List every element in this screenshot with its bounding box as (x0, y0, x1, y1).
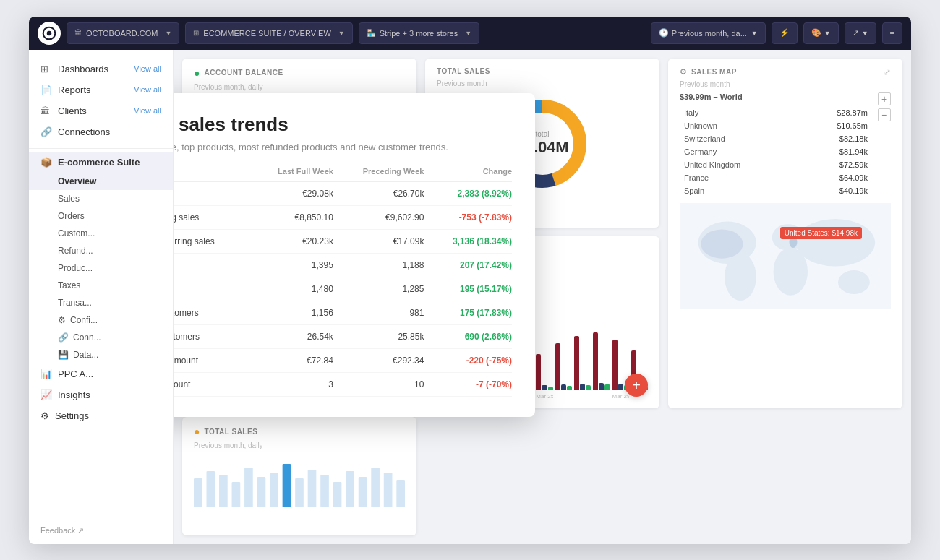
sales-map-title: SALES MAP (691, 68, 737, 76)
sales-map-row: Italy$28.87m (681, 107, 871, 119)
bar-group (593, 332, 610, 390)
sales-map-row: France$64.09k (681, 172, 871, 184)
account-balance-title: ACCOUNT BALANCE (204, 69, 283, 77)
period-caret-icon: ▼ (751, 30, 758, 37)
sidebar-sub-transactions[interactable]: Transa... (29, 294, 173, 311)
modal-title: Key sales trends (174, 113, 512, 136)
stores-caret-icon: ▼ (465, 30, 471, 37)
col-prev-header: Preceding Week (333, 167, 424, 182)
total-sales-2-title: TOTAL SALES (204, 428, 257, 436)
modal-table-row: Non-recurring sales €20.23k €17.09k 3,13… (174, 229, 512, 253)
sidebar-sub-customers[interactable]: Custom... (29, 225, 173, 242)
svg-rect-19 (232, 482, 241, 507)
sidebar-item-ppc[interactable]: 📊 PPC A... (29, 363, 173, 384)
svg-rect-28 (346, 471, 354, 507)
bar (599, 383, 604, 390)
main-layout: ⊞ Dashboards View all 📄 Reports View all… (29, 50, 911, 544)
menu-btn[interactable]: ≡ (882, 22, 902, 44)
reports-viewall[interactable]: View all (134, 85, 161, 94)
suite-caret-icon: ▼ (338, 30, 345, 37)
share-caret-icon: ▼ (862, 30, 868, 37)
map-zoom-out[interactable]: − (878, 108, 891, 121)
sidebar-submenu: Overview Sales Orders Custom... Refund..… (29, 173, 173, 311)
sidebar-feedback[interactable]: Feedback ↗ (29, 517, 173, 544)
svg-point-12 (796, 218, 876, 266)
sidebar-sub-products[interactable]: Produc... (29, 259, 173, 277)
world-map: United States: $14.98k (680, 198, 891, 314)
svg-rect-21 (257, 477, 266, 507)
share-btn[interactable]: ↗ ▼ (845, 22, 876, 44)
svg-rect-24 (295, 478, 304, 507)
store-icon: 🏪 (367, 29, 375, 37)
sidebar-item-connections[interactable]: 🔗 Connections (29, 121, 173, 142)
bar (618, 384, 623, 390)
dashboards-icon: ⊞ (40, 64, 52, 74)
bar-group (536, 354, 552, 390)
sidebar-item-settings[interactable]: ⚙ Settings (29, 405, 173, 426)
sidebar-sub-sales[interactable]: Sales (29, 190, 173, 207)
sales-map-subtitle: Previous month (680, 80, 891, 88)
modal-card: Key sales trends Revenue, top products, … (174, 93, 535, 417)
sidebar: ⊞ Dashboards View all 📄 Reports View all… (29, 50, 174, 544)
svg-point-13 (838, 270, 870, 294)
bar (555, 343, 560, 390)
sidebar-item-dashboards[interactable]: ⊞ Dashboards View all (29, 59, 173, 79)
bar (536, 354, 541, 390)
top-bar-right: 🕐 Previous month, da... ▼ ⚡ 🎨 ▼ ↗ ▼ ≡ (651, 22, 902, 44)
sidebar-item-clients[interactable]: 🏛 Clients View all (29, 100, 173, 121)
sales-icon: ● (194, 426, 200, 437)
sales-map-row: Switzerland$82.18k (681, 133, 871, 145)
svg-point-1 (47, 30, 52, 35)
map-zoom-in[interactable]: + (878, 92, 891, 105)
bar-group (574, 336, 591, 390)
fab-add-button[interactable]: + (625, 374, 648, 397)
expand-icon[interactable]: ⤢ (884, 67, 891, 77)
sidebar-sub-overview[interactable]: Overview (29, 173, 173, 190)
map-tooltip: United States: $14.98k (780, 227, 862, 239)
modal-table: Metric Last Full Week Preceding Week Cha… (174, 167, 512, 397)
svg-rect-22 (270, 473, 278, 507)
reports-icon: 📄 (40, 85, 52, 95)
total-sales-2-subtitle: Previous month, daily (194, 441, 405, 449)
conn-icon: 🔗 (58, 332, 69, 343)
sidebar-item-insights[interactable]: 📈 Insights (29, 384, 173, 405)
bar (586, 385, 591, 390)
bar (542, 385, 547, 390)
grid-icon: ⊞ (193, 29, 199, 37)
sidebar-sub-orders[interactable]: Orders (29, 207, 173, 225)
dashboards-viewall[interactable]: View all (134, 64, 161, 73)
sales-map-row: United Kingdom$72.59k (681, 159, 871, 171)
clients-viewall[interactable]: View all (134, 106, 161, 115)
period-selector[interactable]: 🕐 Previous month, da... ▼ (651, 22, 766, 44)
bar (593, 332, 598, 390)
theme-caret-icon: ▼ (824, 30, 831, 37)
col-week-header: Last Full Week (251, 167, 333, 182)
sidebar-item-reports[interactable]: 📄 Reports View all (29, 79, 173, 100)
lightning-btn[interactable]: ⚡ (772, 22, 798, 44)
sidebar-item-ecommerce[interactable]: 📦 E-commerce Suite (29, 152, 173, 173)
hamburger-icon: ≡ (890, 29, 894, 38)
gear-icon: ⚙ (680, 67, 687, 77)
modal-table-row: Refund count 3 10 -7 (-70%) (174, 372, 512, 396)
sidebar-config-2[interactable]: 🔗 Conn... (29, 329, 173, 346)
sidebar-sub-refunds[interactable]: Refund... (29, 242, 173, 259)
modal-table-row: Refund amount €72.84 €292.34 -220 (-75%) (174, 348, 512, 372)
workspace-selector[interactable]: 🏛 OCTOBOARD.COM ▼ (67, 22, 179, 44)
svg-rect-18 (219, 475, 228, 507)
sales-map-row: Unknown$10.65m (681, 120, 871, 132)
sidebar-sub-taxes[interactable]: Taxes (29, 277, 173, 294)
clock-icon: 🕐 (659, 28, 669, 38)
sales-map-table: Italy$28.87mUnknown$10.65mSwitzerland$82… (680, 105, 872, 198)
stores-selector[interactable]: 🏪 Stripe + 3 more stores ▼ (359, 22, 479, 44)
config-icon: ⚙ (58, 315, 66, 325)
svg-point-9 (725, 253, 756, 301)
suite-selector[interactable]: ⊞ ECOMMERCE SUITE / OVERVIEW ▼ (185, 22, 352, 44)
total-sales-2-card: ● TOTAL SALES Previous month, daily (182, 417, 416, 535)
bar (574, 336, 579, 390)
modal-table-row: Recurring sales €8,850.10 €9,602.90 -753… (174, 205, 512, 229)
sidebar-config-1[interactable]: ⚙ Confi... (29, 311, 173, 329)
sidebar-config-3[interactable]: 💾 Data... (29, 346, 173, 363)
svg-rect-26 (320, 475, 329, 507)
modal-table-row: Total customers 26.54k 25.85k 690 (2.66%… (174, 324, 512, 348)
theme-btn[interactable]: 🎨 ▼ (803, 22, 839, 44)
